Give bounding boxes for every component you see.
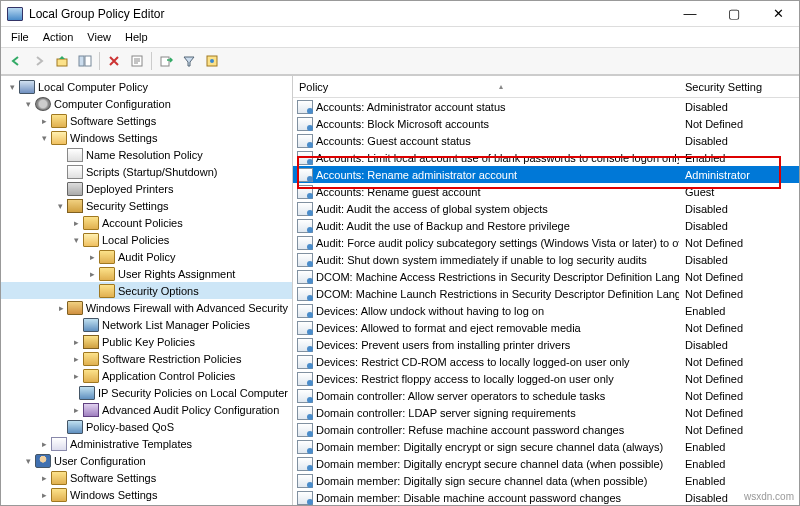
policy-row[interactable]: Accounts: Rename guest accountGuest [293,183,799,200]
policy-row[interactable]: Accounts: Block Microsoft accountsNot De… [293,115,799,132]
tree-item[interactable]: ▸Windows Settings [1,486,292,503]
expand-icon[interactable]: ▸ [57,302,66,313]
policy-row[interactable]: Accounts: Rename administrator accountAd… [293,166,799,183]
tree-item[interactable]: Name Resolution Policy [1,146,292,163]
tree-item[interactable]: ▸Administrative Templates [1,435,292,452]
menu-file[interactable]: File [5,29,35,45]
tree-item[interactable]: Policy-based QoS [1,418,292,435]
header-policy[interactable]: Policy▴ [293,81,679,93]
expand-icon[interactable]: ▸ [71,370,82,381]
policy-row[interactable]: Devices: Restrict CD-ROM access to local… [293,353,799,370]
policy-row[interactable]: Devices: Restrict floppy access to local… [293,370,799,387]
tree-item[interactable]: ▸Administrative Templates [1,503,292,505]
policy-row[interactable]: Accounts: Administrator account statusDi… [293,98,799,115]
collapse-icon[interactable]: ▾ [55,200,66,211]
list-body[interactable]: Accounts: Administrator account statusDi… [293,98,799,505]
tree-item-label: Security Settings [86,200,169,212]
tree-item[interactable]: ▾Windows Settings [1,129,292,146]
tree-item[interactable]: ▾Security Settings [1,197,292,214]
policy-icon [297,202,313,216]
expand-icon[interactable]: ▸ [87,268,98,279]
collapse-icon[interactable]: ▾ [7,81,18,92]
folder-icon [83,352,99,366]
policy-name: Audit: Force audit policy subcategory se… [316,237,679,249]
expand-icon[interactable]: ▸ [71,353,82,364]
tree-spacer [55,149,66,160]
tree-item[interactable]: ▾Computer Configuration [1,95,292,112]
menu-help[interactable]: Help [119,29,154,45]
menu-action[interactable]: Action [37,29,80,45]
tree-item[interactable]: ▸User Rights Assignment [1,265,292,282]
refresh-button[interactable] [201,50,223,72]
export-button[interactable] [155,50,177,72]
tree-item[interactable]: ▸Audit Policy [1,248,292,265]
policy-row[interactable]: Devices: Allow undock without having to … [293,302,799,319]
expand-icon[interactable]: ▸ [71,336,82,347]
policy-row[interactable]: Accounts: Limit local account use of bla… [293,149,799,166]
tree-item[interactable]: Scripts (Startup/Shutdown) [1,163,292,180]
policy-row[interactable]: DCOM: Machine Access Restrictions in Sec… [293,268,799,285]
policy-row[interactable]: Audit: Audit the access of global system… [293,200,799,217]
tree-item[interactable]: Deployed Printers [1,180,292,197]
policy-row[interactable]: Devices: Prevent users from installing p… [293,336,799,353]
tree-item-label: User Rights Assignment [118,268,235,280]
policy-setting: Disabled [679,254,799,266]
expand-icon[interactable]: ▸ [87,251,98,262]
policy-name: Accounts: Block Microsoft accounts [316,118,489,130]
header-security-setting[interactable]: Security Setting [679,81,799,93]
tree-item[interactable]: ▸Software Restriction Policies [1,350,292,367]
policy-row[interactable]: Domain controller: LDAP server signing r… [293,404,799,421]
filter-button[interactable] [178,50,200,72]
policy-name: DCOM: Machine Launch Restrictions in Sec… [316,288,679,300]
tree-item[interactable]: ▾User Configuration [1,452,292,469]
policy-name: Audit: Shut down system immediately if u… [316,254,647,266]
policy-row[interactable]: Domain member: Digitally encrypt secure … [293,455,799,472]
tree-item[interactable]: IP Security Policies on Local Computer [1,384,292,401]
collapse-icon[interactable]: ▾ [23,98,34,109]
properties-button[interactable] [126,50,148,72]
expand-icon[interactable]: ▸ [39,472,50,483]
show-hide-tree-button[interactable] [74,50,96,72]
expand-icon[interactable]: ▸ [39,489,50,500]
forward-button[interactable] [28,50,50,72]
expand-icon[interactable]: ▸ [39,115,50,126]
tree-item[interactable]: ▸Application Control Policies [1,367,292,384]
tree-item[interactable]: ▸Software Settings [1,112,292,129]
minimize-button[interactable]: — [675,4,705,24]
tree-item[interactable]: ▸Windows Firewall with Advanced Security [1,299,292,316]
close-button[interactable]: ✕ [763,4,793,24]
policy-row[interactable]: Audit: Shut down system immediately if u… [293,251,799,268]
back-button[interactable] [5,50,27,72]
maximize-button[interactable]: ▢ [719,4,749,24]
policy-row[interactable]: Domain controller: Allow server operator… [293,387,799,404]
expand-icon[interactable]: ▸ [71,404,82,415]
up-button[interactable] [51,50,73,72]
policy-row[interactable]: Domain controller: Refuse machine accoun… [293,421,799,438]
tree-item[interactable]: Network List Manager Policies [1,316,292,333]
menu-view[interactable]: View [81,29,117,45]
collapse-icon[interactable]: ▾ [23,455,34,466]
policy-setting: Enabled [679,305,799,317]
policy-row[interactable]: Devices: Allowed to format and eject rem… [293,319,799,336]
expand-icon[interactable]: ▸ [39,438,50,449]
policy-row[interactable]: Audit: Audit the use of Backup and Resto… [293,217,799,234]
policy-row[interactable]: DCOM: Machine Launch Restrictions in Sec… [293,285,799,302]
collapse-icon[interactable]: ▾ [71,234,82,245]
policy-row[interactable]: Domain member: Disable machine account p… [293,489,799,505]
expand-icon[interactable]: ▸ [71,217,82,228]
policy-row[interactable]: Accounts: Guest account statusDisabled [293,132,799,149]
tree-item[interactable]: ▸Advanced Audit Policy Configuration [1,401,292,418]
policy-row[interactable]: Domain member: Digitally sign secure cha… [293,472,799,489]
tree-item[interactable]: ▸Public Key Policies [1,333,292,350]
policy-row[interactable]: Domain member: Digitally encrypt or sign… [293,438,799,455]
tree-item-label: Computer Configuration [54,98,171,110]
policy-row[interactable]: Audit: Force audit policy subcategory se… [293,234,799,251]
tree-item[interactable]: Security Options [1,282,292,299]
tree-panel[interactable]: ▾Local Computer Policy▾Computer Configur… [1,76,293,505]
tree-item[interactable]: ▾Local Computer Policy [1,78,292,95]
collapse-icon[interactable]: ▾ [39,132,50,143]
delete-button[interactable] [103,50,125,72]
tree-item[interactable]: ▸Software Settings [1,469,292,486]
tree-item[interactable]: ▸Account Policies [1,214,292,231]
tree-item[interactable]: ▾Local Policies [1,231,292,248]
